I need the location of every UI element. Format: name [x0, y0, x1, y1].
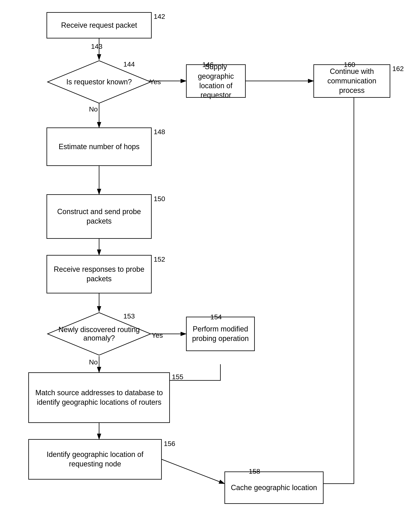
no-label-anomaly: No: [89, 358, 98, 366]
ref-156: 156: [164, 440, 175, 448]
ref-160: 160: [344, 61, 355, 69]
ref-153: 153: [123, 312, 135, 320]
receive-responses-label: Receive responses to probe packets: [50, 265, 148, 284]
estimate-hops-label: Estimate number of hops: [59, 142, 140, 152]
perform-modified-label: Perform modified probing operation: [190, 324, 251, 343]
ref-162: 162: [392, 65, 404, 73]
ref-152: 152: [154, 255, 165, 263]
ref-148: 148: [154, 128, 165, 136]
construct-send-label: Construct and send probe packets: [50, 207, 148, 226]
perform-modified-box: Perform modified probing operation: [186, 317, 255, 351]
receive-responses-box: Receive responses to probe packets: [46, 255, 152, 293]
cache-geographic-label: Cache geographic location: [231, 483, 317, 493]
svg-line-11: [162, 459, 225, 484]
ref-146: 146: [202, 61, 214, 69]
estimate-hops-box: Estimate number of hops: [46, 127, 152, 166]
supply-geographic-label: Supply geographic location of requestor: [190, 62, 242, 100]
ref-150: 150: [154, 195, 165, 203]
newly-discovered-container: Newly discovered routing anomaly?: [46, 312, 152, 356]
match-source-label: Match source addresses to database to id…: [32, 388, 166, 407]
newly-discovered-label: Newly discovered routing anomaly?: [57, 321, 142, 347]
is-requestor-known-container: Is requestor known?: [46, 60, 152, 104]
ref-142: 142: [154, 13, 165, 20]
cache-geographic-box: Cache geographic location: [225, 471, 323, 504]
receive-request-box: Receive request packet: [46, 12, 152, 39]
ref-155: 155: [172, 373, 183, 381]
identify-geographic-box: Identify geographic location of requesti…: [28, 439, 162, 480]
construct-send-box: Construct and send probe packets: [46, 194, 152, 239]
yes-label-requestor: Yes: [150, 78, 161, 86]
match-source-box: Match source addresses to database to id…: [28, 372, 170, 423]
receive-request-label: Receive request packet: [61, 21, 137, 30]
continue-communication-label: Continue with communication process: [317, 67, 387, 95]
ref-144: 144: [123, 60, 135, 68]
continue-communication-box: Continue with communication process: [314, 64, 390, 98]
ref-158: 158: [249, 467, 260, 475]
no-label-requestor: No: [89, 105, 98, 113]
flowchart-diagram: Receive request packet 142 143 Is reques…: [0, 0, 420, 516]
supply-geographic-box: Supply geographic location of requestor: [186, 64, 246, 98]
ref-154: 154: [210, 313, 222, 321]
is-requestor-label: Is requestor known?: [59, 71, 140, 93]
identify-geographic-label: Identify geographic location of requesti…: [32, 450, 158, 469]
yes-label-anomaly: Yes: [152, 331, 163, 339]
ref-143: 143: [91, 42, 103, 50]
